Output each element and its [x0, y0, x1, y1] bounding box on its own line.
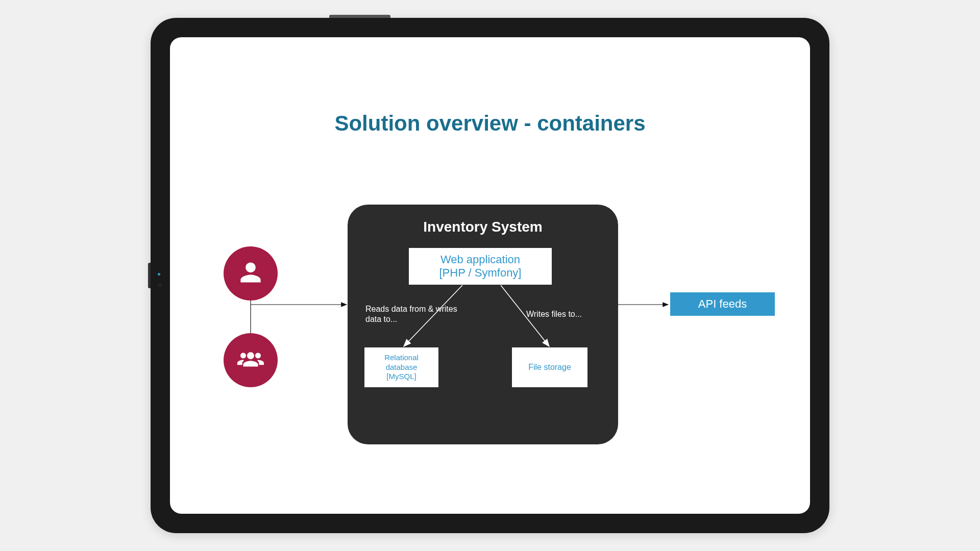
edge-label-fs: Writes files to...: [526, 309, 582, 319]
api-label: API feeds: [698, 297, 747, 311]
filestorage-node: File storage: [512, 347, 587, 387]
fs-label: File storage: [528, 363, 571, 372]
tablet-frame: Solution overview - containers: [151, 18, 829, 533]
internal-arrows: [348, 205, 618, 444]
tablet-camera-dot: [158, 283, 162, 287]
slide-title: Solution overview - containers: [170, 111, 810, 136]
diagram-area: Inventory System Web application [PHP / …: [170, 185, 810, 440]
webapp-label-line2: [PHP / Symfony]: [439, 266, 522, 280]
tablet-indicator-dot: [158, 273, 160, 276]
db-line3: [MySQL]: [386, 372, 416, 382]
system-title: Inventory System: [368, 219, 598, 235]
edge-label-db: Reads data from & writes data to...: [365, 304, 457, 324]
inventory-system-container: Inventory System Web application [PHP / …: [348, 205, 618, 444]
users-icon: [236, 349, 265, 371]
db-line1: Relational: [384, 353, 419, 363]
database-node: Relational database [MySQL]: [364, 347, 438, 387]
webapp-label-line1: Web application: [440, 253, 520, 266]
tablet-side-button: [148, 263, 151, 288]
arrow-system-to-api: [618, 304, 674, 309]
webapp-node: Web application [PHP / Symfony]: [409, 248, 552, 285]
arrow-users-to-system: [251, 304, 353, 309]
db-line2: database: [386, 363, 418, 372]
api-feeds-node: API feeds: [670, 292, 775, 316]
tablet-screen: Solution overview - containers: [170, 37, 810, 514]
actor-single-user: [224, 246, 278, 300]
actor-user-group: [224, 333, 278, 387]
user-icon: [238, 260, 263, 287]
